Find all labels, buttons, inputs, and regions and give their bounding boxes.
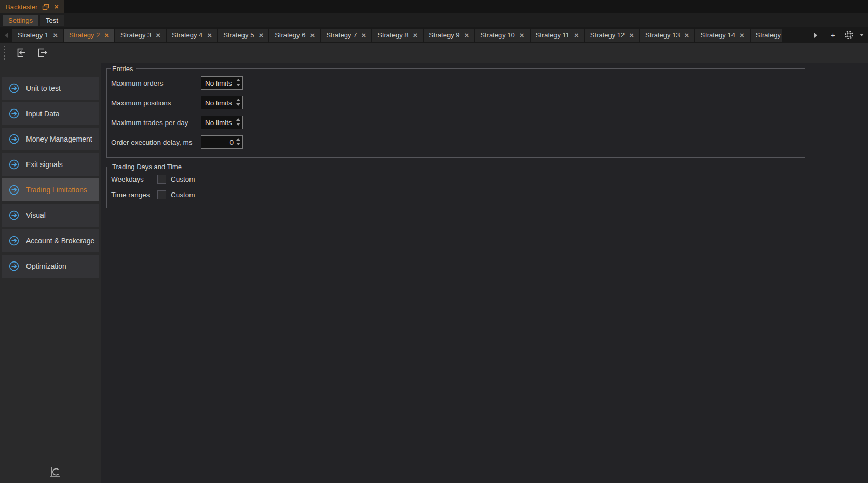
- spin-up-icon[interactable]: [236, 99, 240, 101]
- strategy-tab-label: Strategy 9: [429, 31, 459, 39]
- strategy-tab[interactable]: Strategy 7 ×: [321, 29, 371, 42]
- strategy-tab-label: Strategy 13: [645, 31, 680, 39]
- sidebar-item[interactable]: Unit to test: [2, 77, 99, 100]
- spinner-input[interactable]: 0: [201, 135, 243, 149]
- check-row: Time ranges Custom: [111, 187, 805, 202]
- sidebar-item[interactable]: Money Management: [2, 128, 99, 150]
- strategy-tab[interactable]: Strategy 12 ×: [585, 29, 639, 42]
- tab-close-icon[interactable]: ×: [361, 31, 366, 39]
- strategy-tab-list: Strategy 1 × Strategy 2 × Strategy 3 × S…: [12, 29, 810, 42]
- tab-close-icon[interactable]: ×: [740, 31, 744, 39]
- spinner-arrows: [236, 99, 240, 106]
- strategy-tab[interactable]: Strategy 5 ×: [218, 29, 268, 42]
- strategy-tab[interactable]: Strategy 11 ×: [531, 29, 584, 42]
- spinner-input[interactable]: No limits: [201, 116, 243, 129]
- sidebar-item-label: Optimization: [26, 262, 66, 270]
- gear-dropdown-caret-icon[interactable]: [860, 34, 864, 36]
- spin-down-icon[interactable]: [236, 103, 240, 106]
- spinner-value: No limits: [205, 99, 232, 107]
- strategy-tab-label: Strategy 8: [377, 31, 408, 39]
- sidebar-item-label: Input Data: [26, 109, 60, 118]
- strategy-bar-controls: +: [812, 30, 864, 40]
- sidebar-item[interactable]: Account & Brokerage: [2, 229, 99, 252]
- tab-close-icon[interactable]: ×: [259, 31, 263, 39]
- strategy-tab[interactable]: Strategy 4 ×: [167, 29, 217, 42]
- form-row: Maximum positions No limits: [111, 93, 805, 113]
- strategy-tab[interactable]: Strategy 3 ×: [115, 29, 166, 42]
- spinner-arrows: [236, 138, 240, 145]
- form-label: Maximum positions: [111, 99, 201, 107]
- export-settings-icon[interactable]: [36, 46, 49, 60]
- sidebar-item[interactable]: Trading Limitations: [2, 178, 99, 201]
- entries-group-legend: Entries: [111, 65, 136, 73]
- form-row: Maximum trades per day No limits: [111, 113, 805, 132]
- strategy-tab-label: Strategy 11: [536, 31, 570, 39]
- spinner-input[interactable]: No limits: [201, 96, 243, 109]
- strategy-tab-label: Strategy 4: [172, 31, 202, 39]
- tab-close-icon[interactable]: ×: [574, 31, 579, 39]
- strategy-tab[interactable]: Strategy 8 ×: [372, 29, 423, 42]
- chart-reset-icon[interactable]: [48, 465, 62, 481]
- strategy-tab-label: Strategy 14: [700, 31, 735, 39]
- strategy-tab[interactable]: Strategy 1 ×: [12, 29, 63, 42]
- strategy-tab[interactable]: Strategy 13 ×: [640, 29, 694, 42]
- tab-close-icon[interactable]: ×: [104, 31, 109, 39]
- toolbar-drag-handle[interactable]: [4, 46, 5, 60]
- tab-scroll-left-icon[interactable]: [3, 33, 10, 38]
- check-row-label: Time ranges: [111, 191, 157, 199]
- sidebar-item-label: Money Management: [26, 135, 92, 143]
- strategy-tab[interactable]: Strategy 2 ×: [64, 29, 114, 42]
- tab-close-icon[interactable]: ×: [629, 31, 634, 39]
- tab-close-icon[interactable]: ×: [413, 31, 417, 39]
- spinner-value: 0: [229, 139, 234, 146]
- tab-settings[interactable]: Settings: [3, 15, 38, 26]
- float-window-icon[interactable]: [42, 4, 49, 10]
- checkbox-option-label: Custom: [171, 191, 195, 199]
- add-strategy-button[interactable]: +: [828, 30, 838, 40]
- arrow-circle-icon: [9, 134, 19, 144]
- spin-up-icon[interactable]: [236, 138, 240, 141]
- trading-days-group: Trading Days and Time Weekdays Custom Ti…: [106, 163, 805, 208]
- arrow-circle-icon: [9, 108, 19, 119]
- spin-up-icon[interactable]: [236, 79, 240, 81]
- strategy-tab[interactable]: Strategy: [751, 29, 782, 42]
- custom-checkbox[interactable]: [157, 190, 166, 199]
- tab-scroll-right-icon[interactable]: [812, 33, 819, 38]
- tab-close-icon[interactable]: ×: [520, 31, 524, 39]
- spin-down-icon[interactable]: [236, 84, 240, 86]
- import-settings-icon[interactable]: [15, 46, 28, 60]
- sidebar-item[interactable]: Exit signals: [2, 153, 99, 176]
- spin-up-icon[interactable]: [236, 118, 240, 121]
- sidebar-item[interactable]: Optimization: [2, 255, 99, 278]
- strategy-tab[interactable]: Strategy 14 ×: [695, 29, 749, 42]
- tab-close-icon[interactable]: ×: [685, 31, 689, 39]
- strategy-tab-label: Strategy 1: [18, 31, 48, 39]
- strategy-tab[interactable]: Strategy 9 ×: [424, 29, 474, 42]
- sidebar-item-label: Account & Brokerage: [26, 237, 94, 245]
- window-tab-title: Backtester: [6, 3, 37, 11]
- tab-close-icon[interactable]: ×: [156, 31, 160, 39]
- window-tab-backtester[interactable]: Backtester ×: [0, 0, 64, 13]
- entries-group: Entries Maximum orders No limits Maximum…: [106, 65, 805, 158]
- spinner-input[interactable]: No limits: [201, 76, 243, 90]
- gear-icon[interactable]: [844, 30, 854, 40]
- form-label: Order execution delay, ms: [111, 139, 201, 146]
- form-label: Maximum orders: [111, 79, 201, 87]
- check-row-label: Weekdays: [111, 175, 157, 183]
- tab-close-icon[interactable]: ×: [53, 31, 58, 39]
- sidebar-item[interactable]: Visual: [2, 204, 99, 227]
- tab-close-icon[interactable]: ×: [465, 31, 469, 39]
- spinner-value: No limits: [205, 119, 232, 127]
- tab-close-icon[interactable]: ×: [207, 31, 212, 39]
- strategy-tab[interactable]: Strategy 6 ×: [269, 29, 320, 42]
- arrow-circle-icon: [9, 185, 19, 195]
- tab-close-icon[interactable]: ×: [310, 31, 315, 39]
- spin-down-icon[interactable]: [236, 123, 240, 126]
- tab-test[interactable]: Test: [40, 15, 64, 26]
- strategy-tab[interactable]: Strategy 10 ×: [475, 29, 529, 42]
- sidebar-item[interactable]: Input Data: [2, 102, 99, 125]
- custom-checkbox[interactable]: [157, 175, 166, 184]
- window-close-icon[interactable]: ×: [54, 3, 58, 10]
- strategy-tab-label: Strategy 10: [480, 31, 515, 39]
- spin-down-icon[interactable]: [236, 143, 240, 145]
